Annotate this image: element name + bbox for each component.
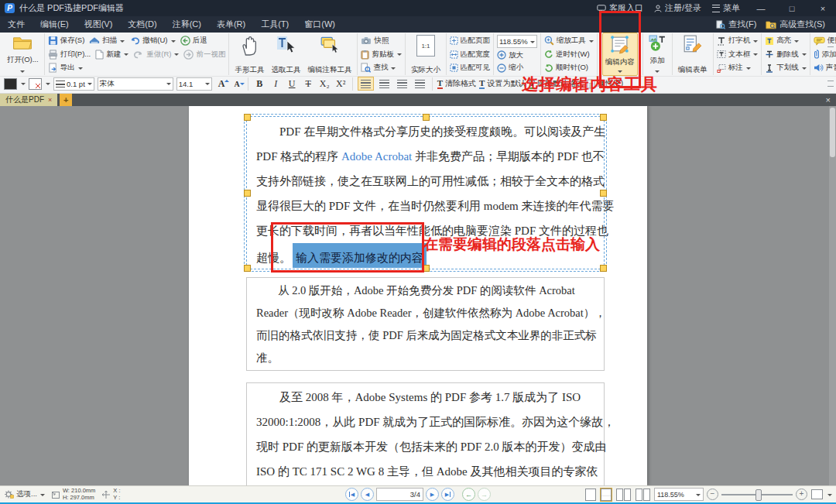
vertical-scrollbar[interactable] <box>829 106 836 485</box>
strikeout-button[interactable]: 删除线 <box>765 49 807 60</box>
page-number-input[interactable]: 3/4 <box>376 488 423 501</box>
last-page-button[interactable]: ▶ <box>441 488 454 501</box>
selection-handle[interactable] <box>600 190 607 197</box>
document-tab[interactable]: 什么是PDF × <box>0 93 57 106</box>
advanced-find-button[interactable]: 高级查找(S) <box>766 19 825 30</box>
typewriter-button[interactable]: 打字机 <box>717 35 759 46</box>
edit-form-button[interactable]: 编辑表单 <box>676 33 710 75</box>
clear-format-button[interactable]: T清除格式 <box>437 78 476 89</box>
zoom-tool-button[interactable]: 缩放工具 <box>544 35 594 46</box>
increase-font-button[interactable]: A <box>215 78 228 90</box>
snapshot-button[interactable]: 快照 <box>361 35 402 46</box>
select-tool-button[interactable]: 选取工具 <box>269 33 303 75</box>
textbox-button[interactable]: 文本框 <box>717 49 759 60</box>
subscript-button[interactable]: X₂ <box>318 77 331 91</box>
fill-color-swatch[interactable] <box>4 78 17 90</box>
scrollbar-thumb[interactable] <box>830 108 835 157</box>
menu-tools[interactable]: 工具(T) <box>253 16 296 33</box>
zoom-level-select[interactable]: 118.55% <box>497 35 537 48</box>
sound-button[interactable]: 声音 <box>814 62 836 74</box>
italic-button[interactable]: I <box>269 77 283 91</box>
strikethrough-button[interactable]: T <box>302 77 315 91</box>
align-center-button[interactable] <box>377 77 392 90</box>
menu-file[interactable]: 文件 <box>0 16 33 33</box>
rotate-ccw-button[interactable]: 逆时针(W) <box>544 49 594 60</box>
selection-handle[interactable] <box>244 190 251 197</box>
edit-content-button[interactable]: 编辑内容 <box>602 33 638 76</box>
next-page-button[interactable]: ▶ <box>426 488 439 501</box>
underline-button[interactable]: U <box>286 77 299 91</box>
menu-view[interactable]: 视图(V) <box>77 16 121 33</box>
two-page-mode-button[interactable] <box>615 488 632 502</box>
menu-form[interactable]: 表单(R) <box>209 16 253 33</box>
menu-document[interactable]: 文档(D) <box>120 16 164 33</box>
align-right-button[interactable] <box>395 77 409 90</box>
previous-page-button[interactable]: ◀ <box>361 488 374 501</box>
tab-close-icon[interactable]: × <box>48 96 52 104</box>
actual-size-button[interactable]: 1:1 实际大小 <box>409 33 443 75</box>
align-justify-button[interactable] <box>413 77 427 90</box>
clipboard-button[interactable]: 剪贴板 <box>361 49 402 60</box>
redo-button[interactable]: 重做(R) <box>133 49 179 60</box>
find-tool-button[interactable]: 查找 <box>361 62 402 74</box>
open-button[interactable]: 打开(O)... <box>5 33 41 75</box>
zoom-slider[interactable] <box>721 489 793 499</box>
toolbar-overflow-icon[interactable] <box>827 46 834 53</box>
stroke-width-select[interactable]: 0.1 pt <box>53 77 94 91</box>
previous-view-button[interactable]: ← <box>462 488 475 501</box>
selection-handle[interactable] <box>600 114 607 121</box>
decrease-font-button[interactable]: A <box>231 80 242 88</box>
two-page-continuous-mode-button[interactable] <box>635 488 651 502</box>
menu-comment[interactable]: 注释(C) <box>165 16 209 33</box>
export-button[interactable]: 导出 <box>48 62 83 74</box>
highlight-button[interactable]: 高亮 <box>765 35 807 46</box>
prev-view-button[interactable]: 前一视图 <box>183 49 225 60</box>
scan-button[interactable]: 扫描 <box>89 35 125 46</box>
selection-handle[interactable] <box>600 265 607 272</box>
next-view-button[interactable]: → <box>478 488 491 501</box>
menu-button[interactable]: 菜单 <box>712 2 740 14</box>
selection-handle[interactable] <box>244 265 251 272</box>
login-button[interactable]: 注册/登录 <box>654 2 701 14</box>
fit-page-button[interactable]: 匹配页面 <box>450 35 490 46</box>
print-button[interactable]: 打印(P)... <box>48 49 91 60</box>
font-family-select[interactable]: 宋体 <box>98 77 173 91</box>
stroke-color-swatch[interactable] <box>29 78 42 90</box>
superscript-button[interactable]: X² <box>334 77 348 91</box>
hyperlink-text[interactable]: Adobe Acrobat <box>341 150 412 163</box>
sticky-note-button[interactable]: 便贴 <box>814 35 836 46</box>
callout-button[interactable]: 标注 <box>717 62 759 74</box>
minimize-button[interactable]: — <box>751 4 771 13</box>
new-tab-button[interactable]: + <box>60 94 72 106</box>
add-button[interactable]: 添加 <box>646 33 669 75</box>
rotate-cw-button[interactable]: 顺时针(O) <box>544 62 594 74</box>
set-default-button[interactable]: T设置为默认 <box>479 78 526 89</box>
paragraph-block[interactable]: 及至 2008 年，Adobe Systems 的 PDF 参考 1.7 版成为… <box>246 382 605 485</box>
menu-window[interactable]: 窗口(W) <box>296 16 343 33</box>
formatbar-overflow-icon[interactable] <box>827 81 834 87</box>
options-button[interactable]: 选项... <box>4 489 45 499</box>
bold-button[interactable]: B <box>253 77 266 91</box>
tabbar-close-button[interactable]: × <box>821 93 836 106</box>
find-button[interactable]: 查找(F) <box>716 19 756 30</box>
single-page-mode-button[interactable] <box>584 488 597 502</box>
fullscreen-button[interactable] <box>810 489 824 500</box>
fit-visible-button[interactable]: 匹配可见 <box>450 62 490 74</box>
zoom-out-button[interactable]: 缩小 <box>497 62 537 74</box>
undo-button[interactable]: 撤销(U) <box>129 35 175 46</box>
selection-handle[interactable] <box>423 114 430 121</box>
new-button[interactable]: 新建 <box>95 49 128 60</box>
continuous-mode-button[interactable] <box>600 488 612 502</box>
fit-width-button[interactable]: 匹配宽度 <box>450 49 490 60</box>
back-button[interactable]: 后退 <box>180 35 207 46</box>
statusbar-zoom-select[interactable]: 118.55% <box>654 488 704 501</box>
save-button[interactable]: 保存(S) <box>48 35 85 46</box>
font-size-select[interactable]: 14.1 <box>176 77 212 91</box>
zoom-in-button[interactable]: 放大 <box>497 50 537 61</box>
align-left-button[interactable] <box>358 77 374 91</box>
menu-edit[interactable]: 编辑(E) <box>33 16 77 33</box>
zoom-out-minus-button[interactable]: − <box>707 489 718 500</box>
service-entry-button[interactable]: 客服入口 <box>597 2 643 14</box>
zoom-in-plus-button[interactable]: + <box>796 489 807 500</box>
close-button[interactable]: × <box>813 4 833 13</box>
